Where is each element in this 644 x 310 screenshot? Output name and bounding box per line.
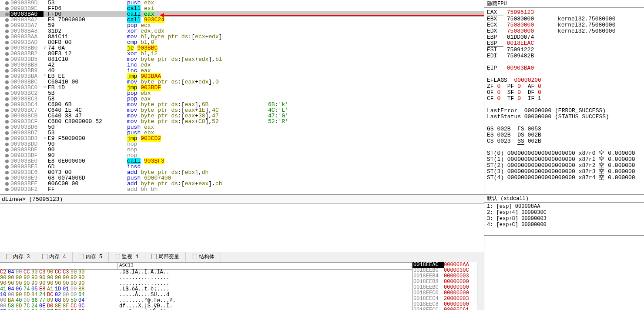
info-bar: dLinew> (75095123) xyxy=(0,195,484,203)
disasm-row[interactable]: 00903BBCC60410 00mov byte ptr ds:[eax+ed… xyxy=(0,79,484,85)
disasm-row[interactable]: 00903BF2FFadd bh bh xyxy=(0,187,484,192)
stack-row[interactable]: 0018EEAC000008AA xyxy=(413,262,477,268)
registers-view[interactable]: EAX 75095123 EBX 75080000 kernel32.75080… xyxy=(484,8,644,195)
disasm-row[interactable]: 00903BB5881C10mov byte ptr ds:[eax+edx],… xyxy=(0,57,484,62)
disasm-row[interactable]: 00903BB0v74 0Aje 903BBC xyxy=(0,45,484,51)
dump-row[interactable]: 00 BA 40 00 66 77 89 08 89 50 04 .......… xyxy=(0,298,412,303)
tab-内存 3[interactable]: 内存 3 xyxy=(0,252,36,262)
tab-icon xyxy=(115,254,120,259)
tab-内存 4[interactable]: 内存 4 xyxy=(36,252,72,262)
dump-row[interactable]: 10 00 90 8D 84 24 DC 02 00 00 64 .....Â.… xyxy=(0,292,412,298)
disasm-row[interactable]: 00903BC0vEB 1Djmp 903BDF xyxy=(0,85,484,90)
disasm-row[interactable]: 00903BD650push eax xyxy=(0,124,484,130)
stack-view[interactable]: 0018EEAC000008AA0018EEB00000030C0018EEB4… xyxy=(413,262,477,310)
disasm-row[interactable]: 00903BA2E8 7D000000call 903C24 xyxy=(0,17,484,23)
disasm-row[interactable]: 00903BA759pop ecx xyxy=(0,23,484,28)
bottom-tabs: 内存 3内存 4内存 5监视 1局部变量结构体 xyxy=(0,252,484,262)
disasm-row[interactable]: 00903BE0E8 0E000000call 903BF3 xyxy=(0,158,484,164)
tab-icon xyxy=(6,254,11,259)
disasm-row[interactable]: 00903BAD80FB 00cmp bl,0 xyxy=(0,40,484,45)
stack-args[interactable]: 1: [esp] 000008AA2: [esp+4] 0000030C3: [… xyxy=(484,203,644,236)
tab-icon xyxy=(151,254,157,259)
tab-icon xyxy=(79,254,84,259)
disasm-row[interactable]: 00903BB940inc eax xyxy=(0,68,484,73)
stack-row[interactable]: 0018EEB800000000 xyxy=(413,279,477,285)
stack-row[interactable]: 0018EEB400000003 xyxy=(413,273,477,279)
fpu-toggle[interactable]: 隐藏FPU xyxy=(484,0,644,8)
disasm-row[interactable]: 00903BAA8A1C11mov bl,byte ptr ds:[ecx+ed… xyxy=(0,34,484,40)
tab-内存 5[interactable]: 内存 5 xyxy=(73,252,109,262)
tab-icon xyxy=(42,254,47,259)
tab-icon xyxy=(192,254,197,259)
memory-dump[interactable]: ASCII C2 04 00 CC 90 C3 90 CC C3 90 90 .… xyxy=(0,262,413,310)
disasm-row[interactable]: 00903BC358pop eax xyxy=(0,96,484,102)
tab-结构体[interactable]: 结构体 xyxy=(186,252,221,262)
dump-row[interactable]: 00 58 8D 7C 24 0E D0 8E 8F CC 0C df....X… xyxy=(0,303,412,309)
stack-row[interactable]: 0018EEC420000003 xyxy=(413,296,477,302)
disasm-row[interactable]: 00903BB842inc edx xyxy=(0,62,484,68)
stack-row[interactable]: 0018EECC08006C61 xyxy=(413,307,477,310)
ascii-header: ASCII xyxy=(117,263,412,269)
disasm-row[interactable]: 00903BB280F3 12xor bl,12 xyxy=(0,51,484,57)
dump-row[interactable]: 90 90 90 90 90 90 90 90 90 90 90 .......… xyxy=(0,281,412,287)
disasm-row[interactable]: 00903BC25Bpop ebx xyxy=(0,90,484,96)
disasm-row[interactable]: 00903BD8vE9 F5000000jmp 903CD2 xyxy=(0,136,484,141)
scrollbar[interactable] xyxy=(477,262,484,310)
tab-监视 1[interactable]: 监视 1 xyxy=(109,252,145,262)
stack-row[interactable]: 0018EEB00000030C xyxy=(413,268,477,273)
callconv-label: 默认 (stdcall) xyxy=(484,195,644,203)
disasm-row[interactable]: 00903BCFC680 C8000000 52mov byte ptr ds:… xyxy=(0,119,484,124)
dump-row[interactable]: 41 04 06 74 05 E8 A1 1D 01 00 B8 .L$.öÂ.… xyxy=(0,287,412,292)
dump-row[interactable]: C2 04 00 CC 90 C3 90 CC C3 90 90 .D$.ÌÂ.… xyxy=(0,270,412,275)
eip-arrow xyxy=(161,15,484,16)
dump-row[interactable]: 90 90 90 90 90 90 90 90 90 90 90 .......… xyxy=(0,275,412,281)
disasm-row[interactable]: 00903BDE90nop xyxy=(0,147,484,153)
tab-局部变量[interactable]: 局部变量 xyxy=(145,252,186,262)
disasm-row[interactable]: 00903B9D53push ebx xyxy=(0,0,484,6)
disasm-row[interactable]: 00903BDD90nop xyxy=(0,141,484,147)
disasm-row[interactable]: 00903BEE006C00 00add byte ptr ds:[eax+ea… xyxy=(0,181,484,187)
stack-row[interactable]: 0018EEC000000000 xyxy=(413,290,477,296)
disassembly-view[interactable]: 00903B9D53push ebx00903B9EFFD6call esi00… xyxy=(0,0,484,195)
stack-row[interactable]: 0018EEC800000000 xyxy=(413,302,477,307)
disasm-row[interactable]: 00903BE56Dinsd xyxy=(0,164,484,170)
disasm-row[interactable]: 00903B9EFFD6call esi xyxy=(0,6,484,11)
stack-row[interactable]: 0018EEBC00000000 xyxy=(413,285,477,290)
disasm-row[interactable]: 00903BA831D2xor edx,edx xyxy=(0,28,484,34)
